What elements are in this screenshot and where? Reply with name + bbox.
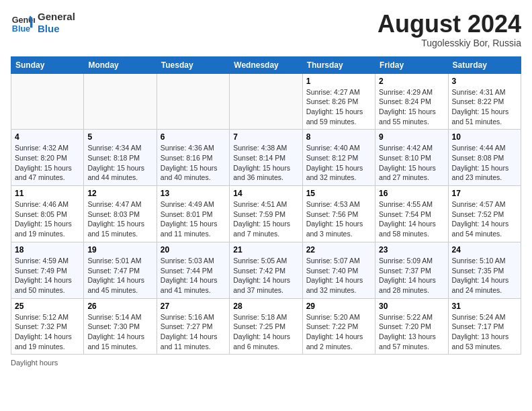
calendar-week-row: 1Sunrise: 4:27 AMSunset: 8:26 PMDaylight… bbox=[11, 73, 521, 130]
day-info: Sunrise: 4:57 AMSunset: 7:52 PMDaylight:… bbox=[452, 199, 517, 239]
day-info: Sunrise: 4:59 AMSunset: 7:49 PMDaylight:… bbox=[15, 256, 80, 295]
day-number: 12 bbox=[87, 189, 152, 198]
day-info: Sunrise: 4:32 AMSunset: 8:20 PMDaylight:… bbox=[15, 143, 80, 183]
calendar-cell: 17Sunrise: 4:57 AMSunset: 7:52 PMDayligh… bbox=[448, 186, 521, 242]
day-info: Sunrise: 4:53 AMSunset: 7:56 PMDaylight:… bbox=[306, 199, 371, 239]
calendar-day-header: Tuesday bbox=[157, 56, 229, 73]
day-info: Sunrise: 4:31 AMSunset: 8:22 PMDaylight:… bbox=[452, 87, 517, 127]
day-number: 5 bbox=[87, 132, 152, 142]
day-info: Sunrise: 4:40 AMSunset: 8:12 PMDaylight:… bbox=[306, 143, 371, 183]
calendar-cell: 11Sunrise: 4:46 AMSunset: 8:05 PMDayligh… bbox=[11, 186, 84, 242]
day-number: 19 bbox=[87, 245, 152, 255]
day-info: Sunrise: 4:42 AMSunset: 8:10 PMDaylight:… bbox=[379, 143, 444, 183]
day-number: 22 bbox=[306, 245, 371, 255]
calendar-title: August 2024 bbox=[378, 11, 521, 38]
day-number: 1 bbox=[306, 77, 371, 86]
calendar-day-header: Sunday bbox=[11, 56, 84, 73]
day-info: Sunrise: 4:47 AMSunset: 8:03 PMDaylight:… bbox=[87, 199, 152, 239]
day-number: 21 bbox=[233, 245, 298, 255]
calendar-cell: 24Sunrise: 5:10 AMSunset: 7:35 PMDayligh… bbox=[448, 242, 521, 298]
calendar-day-header: Monday bbox=[84, 56, 157, 73]
day-info: Sunrise: 5:10 AMSunset: 7:35 PMDaylight:… bbox=[452, 256, 517, 295]
svg-text:Blue: Blue bbox=[12, 24, 30, 34]
day-number: 15 bbox=[306, 189, 371, 198]
calendar-cell: 31Sunrise: 5:24 AMSunset: 7:17 PMDayligh… bbox=[448, 298, 521, 355]
day-number: 16 bbox=[379, 189, 444, 198]
calendar-footer: Daylight hours bbox=[11, 359, 521, 367]
page-header: General Blue General Blue August 2024 Tu… bbox=[11, 11, 521, 48]
day-number: 11 bbox=[15, 189, 80, 198]
calendar-cell: 4Sunrise: 4:32 AMSunset: 8:20 PMDaylight… bbox=[11, 130, 84, 186]
calendar-cell: 3Sunrise: 4:31 AMSunset: 8:22 PMDaylight… bbox=[448, 73, 521, 130]
day-number: 30 bbox=[379, 302, 444, 311]
day-number: 3 bbox=[452, 77, 517, 86]
calendar-cell bbox=[157, 73, 229, 130]
day-number: 2 bbox=[379, 77, 444, 86]
calendar-day-header: Thursday bbox=[302, 56, 375, 73]
calendar-cell: 8Sunrise: 4:40 AMSunset: 8:12 PMDaylight… bbox=[302, 130, 375, 186]
day-info: Sunrise: 4:51 AMSunset: 7:59 PMDaylight:… bbox=[233, 199, 298, 239]
calendar-cell: 25Sunrise: 5:12 AMSunset: 7:32 PMDayligh… bbox=[11, 298, 84, 355]
day-number: 25 bbox=[15, 302, 80, 311]
day-info: Sunrise: 5:20 AMSunset: 7:22 PMDaylight:… bbox=[306, 312, 371, 352]
day-number: 14 bbox=[233, 189, 298, 198]
day-info: Sunrise: 4:38 AMSunset: 8:14 PMDaylight:… bbox=[233, 143, 298, 183]
calendar-day-header: Saturday bbox=[448, 56, 521, 73]
calendar-cell: 18Sunrise: 4:59 AMSunset: 7:49 PMDayligh… bbox=[11, 242, 84, 298]
calendar-cell: 9Sunrise: 4:42 AMSunset: 8:10 PMDaylight… bbox=[375, 130, 448, 186]
calendar-cell: 21Sunrise: 5:05 AMSunset: 7:42 PMDayligh… bbox=[230, 242, 302, 298]
calendar-cell bbox=[84, 73, 157, 130]
day-number: 26 bbox=[87, 302, 152, 311]
calendar-cell: 5Sunrise: 4:34 AMSunset: 8:18 PMDaylight… bbox=[84, 130, 157, 186]
day-info: Sunrise: 4:34 AMSunset: 8:18 PMDaylight:… bbox=[87, 143, 152, 183]
calendar-week-row: 11Sunrise: 4:46 AMSunset: 8:05 PMDayligh… bbox=[11, 186, 521, 242]
calendar-cell bbox=[230, 73, 302, 130]
daylight-label: Daylight hours bbox=[11, 359, 58, 367]
day-number: 28 bbox=[233, 302, 298, 311]
calendar-cell: 12Sunrise: 4:47 AMSunset: 8:03 PMDayligh… bbox=[84, 186, 157, 242]
day-info: Sunrise: 4:46 AMSunset: 8:05 PMDaylight:… bbox=[15, 199, 80, 239]
calendar-cell: 23Sunrise: 5:09 AMSunset: 7:37 PMDayligh… bbox=[375, 242, 448, 298]
calendar-table: SundayMondayTuesdayWednesdayThursdayFrid… bbox=[11, 56, 521, 355]
logo-line1: General bbox=[38, 11, 75, 23]
calendar-cell: 1Sunrise: 4:27 AMSunset: 8:26 PMDaylight… bbox=[302, 73, 375, 130]
day-info: Sunrise: 5:24 AMSunset: 7:17 PMDaylight:… bbox=[452, 312, 517, 352]
day-info: Sunrise: 5:18 AMSunset: 7:25 PMDaylight:… bbox=[233, 312, 298, 352]
day-number: 23 bbox=[379, 245, 444, 255]
calendar-cell: 16Sunrise: 4:55 AMSunset: 7:54 PMDayligh… bbox=[375, 186, 448, 242]
calendar-cell: 27Sunrise: 5:16 AMSunset: 7:27 PMDayligh… bbox=[157, 298, 229, 355]
day-info: Sunrise: 5:16 AMSunset: 7:27 PMDaylight:… bbox=[161, 312, 226, 352]
calendar-day-header: Wednesday bbox=[230, 56, 302, 73]
day-info: Sunrise: 5:12 AMSunset: 7:32 PMDaylight:… bbox=[15, 312, 80, 352]
day-number: 24 bbox=[452, 245, 517, 255]
day-info: Sunrise: 5:05 AMSunset: 7:42 PMDaylight:… bbox=[233, 256, 298, 295]
day-number: 29 bbox=[306, 302, 371, 311]
day-number: 18 bbox=[15, 245, 80, 255]
logo-line2: Blue bbox=[38, 23, 75, 35]
day-number: 17 bbox=[452, 189, 517, 198]
day-number: 9 bbox=[379, 132, 444, 142]
calendar-cell: 26Sunrise: 5:14 AMSunset: 7:30 PMDayligh… bbox=[84, 298, 157, 355]
day-info: Sunrise: 4:36 AMSunset: 8:16 PMDaylight:… bbox=[161, 143, 226, 183]
title-block: August 2024 Tugolesskiy Bor, Russia bbox=[378, 11, 521, 48]
calendar-cell: 10Sunrise: 4:44 AMSunset: 8:08 PMDayligh… bbox=[448, 130, 521, 186]
day-info: Sunrise: 4:29 AMSunset: 8:24 PMDaylight:… bbox=[379, 87, 444, 127]
day-number: 7 bbox=[233, 132, 298, 142]
calendar-cell: 30Sunrise: 5:22 AMSunset: 7:20 PMDayligh… bbox=[375, 298, 448, 355]
day-number: 8 bbox=[306, 132, 371, 142]
calendar-week-row: 25Sunrise: 5:12 AMSunset: 7:32 PMDayligh… bbox=[11, 298, 521, 355]
calendar-cell: 28Sunrise: 5:18 AMSunset: 7:25 PMDayligh… bbox=[230, 298, 302, 355]
logo-text: General Blue bbox=[38, 11, 75, 35]
day-info: Sunrise: 4:44 AMSunset: 8:08 PMDaylight:… bbox=[452, 143, 517, 183]
day-number: 20 bbox=[161, 245, 226, 255]
calendar-cell: 6Sunrise: 4:36 AMSunset: 8:16 PMDaylight… bbox=[157, 130, 229, 186]
day-number: 6 bbox=[161, 132, 226, 142]
calendar-cell: 22Sunrise: 5:07 AMSunset: 7:40 PMDayligh… bbox=[302, 242, 375, 298]
calendar-subtitle: Tugolesskiy Bor, Russia bbox=[378, 38, 521, 48]
logo-icon: General Blue bbox=[11, 11, 35, 35]
calendar-header-row: SundayMondayTuesdayWednesdayThursdayFrid… bbox=[11, 56, 521, 73]
calendar-cell: 20Sunrise: 5:03 AMSunset: 7:44 PMDayligh… bbox=[157, 242, 229, 298]
calendar-cell: 15Sunrise: 4:53 AMSunset: 7:56 PMDayligh… bbox=[302, 186, 375, 242]
day-number: 31 bbox=[452, 302, 517, 311]
calendar-cell bbox=[11, 73, 84, 130]
